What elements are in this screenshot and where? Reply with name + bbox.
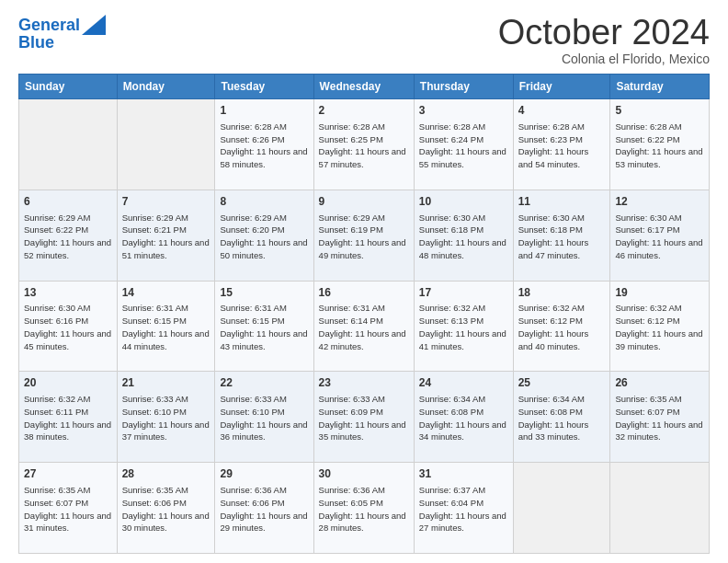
day-number: 20 (24, 375, 112, 391)
daylight-text: Daylight: 11 hours and 27 minutes. (419, 511, 506, 534)
day-number: 30 (319, 466, 409, 482)
sunrise-text: Sunrise: 6:30 AM (419, 213, 485, 223)
daylight-text: Daylight: 11 hours and 41 minutes. (419, 328, 506, 351)
daylight-text: Daylight: 11 hours and 40 minutes. (518, 328, 589, 351)
daylight-text: Daylight: 11 hours and 52 minutes. (24, 237, 111, 260)
calendar-week-row: 27Sunrise: 6:35 AMSunset: 6:07 PMDayligh… (19, 463, 710, 554)
sunrise-text: Sunrise: 6:35 AM (615, 394, 681, 404)
table-row: 28Sunrise: 6:35 AMSunset: 6:06 PMDayligh… (117, 463, 215, 554)
sunrise-text: Sunrise: 6:30 AM (518, 213, 585, 223)
col-sunday: Sunday (19, 75, 118, 99)
day-info: Sunrise: 6:33 AMSunset: 6:10 PMDaylight:… (122, 393, 210, 443)
day-number: 6 (24, 194, 112, 210)
day-info: Sunrise: 6:29 AMSunset: 6:20 PMDaylight:… (220, 212, 308, 262)
logo: General Blue (18, 15, 106, 52)
day-info: Sunrise: 6:29 AMSunset: 6:21 PMDaylight:… (122, 212, 210, 262)
sunset-text: Sunset: 6:15 PM (220, 316, 284, 326)
sunset-text: Sunset: 6:06 PM (122, 498, 187, 508)
sunrise-text: Sunrise: 6:28 AM (419, 121, 485, 132)
logo-text: General (18, 16, 80, 35)
day-info: Sunrise: 6:34 AMSunset: 6:08 PMDaylight:… (419, 393, 508, 443)
daylight-text: Daylight: 11 hours and 29 minutes. (220, 511, 307, 534)
sunset-text: Sunset: 6:17 PM (615, 224, 679, 235)
day-number: 17 (419, 285, 508, 301)
table-row: 20Sunrise: 6:32 AMSunset: 6:11 PMDayligh… (19, 372, 118, 463)
table-row: 1Sunrise: 6:28 AMSunset: 6:26 PMDaylight… (215, 99, 313, 190)
day-info: Sunrise: 6:32 AMSunset: 6:12 PMDaylight:… (615, 302, 704, 352)
day-info: Sunrise: 6:35 AMSunset: 6:06 PMDaylight:… (122, 484, 210, 534)
sunrise-text: Sunrise: 6:31 AM (122, 303, 188, 313)
day-number: 14 (122, 285, 210, 301)
day-info: Sunrise: 6:28 AMSunset: 6:26 PMDaylight:… (220, 121, 308, 171)
table-row: 22Sunrise: 6:33 AMSunset: 6:10 PMDayligh… (215, 372, 313, 463)
calendar-week-row: 6Sunrise: 6:29 AMSunset: 6:22 PMDaylight… (19, 190, 710, 281)
sunset-text: Sunset: 6:09 PM (319, 407, 383, 417)
sunrise-text: Sunrise: 6:31 AM (319, 303, 385, 313)
day-number: 15 (220, 285, 308, 301)
table-row: 5Sunrise: 6:28 AMSunset: 6:22 PMDaylight… (610, 99, 710, 190)
daylight-text: Daylight: 11 hours and 32 minutes. (615, 419, 702, 442)
table-row (513, 463, 610, 554)
day-info: Sunrise: 6:30 AMSunset: 6:18 PMDaylight:… (518, 212, 606, 262)
sunrise-text: Sunrise: 6:28 AM (319, 121, 385, 132)
sunrise-text: Sunrise: 6:33 AM (220, 394, 286, 404)
sunrise-text: Sunrise: 6:31 AM (220, 303, 286, 313)
table-row: 2Sunrise: 6:28 AMSunset: 6:25 PMDaylight… (313, 99, 414, 190)
table-row (117, 99, 215, 190)
sunset-text: Sunset: 6:22 PM (24, 224, 88, 235)
day-info: Sunrise: 6:29 AMSunset: 6:22 PMDaylight:… (24, 212, 112, 262)
day-number: 22 (220, 375, 308, 391)
svg-marker-0 (82, 15, 106, 35)
sunrise-text: Sunrise: 6:29 AM (24, 213, 90, 223)
sunrise-text: Sunrise: 6:32 AM (24, 394, 90, 404)
daylight-text: Daylight: 11 hours and 35 minutes. (319, 419, 406, 442)
table-row: 16Sunrise: 6:31 AMSunset: 6:14 PMDayligh… (313, 281, 414, 372)
day-info: Sunrise: 6:34 AMSunset: 6:08 PMDaylight:… (518, 393, 606, 443)
table-row: 13Sunrise: 6:30 AMSunset: 6:16 PMDayligh… (19, 281, 118, 372)
daylight-text: Daylight: 11 hours and 45 minutes. (24, 328, 111, 351)
sunrise-text: Sunrise: 6:32 AM (518, 303, 585, 313)
sunrise-text: Sunrise: 6:33 AM (122, 394, 188, 404)
sunrise-text: Sunrise: 6:35 AM (122, 485, 188, 495)
sunrise-text: Sunrise: 6:29 AM (220, 213, 286, 223)
daylight-text: Daylight: 11 hours and 30 minutes. (122, 511, 210, 534)
daylight-text: Daylight: 11 hours and 55 minutes. (419, 146, 506, 169)
sunset-text: Sunset: 6:08 PM (518, 407, 583, 417)
sunset-text: Sunset: 6:10 PM (122, 407, 187, 417)
title-block: October 2024 Colonia el Florido, Mexico (498, 15, 710, 66)
table-row: 14Sunrise: 6:31 AMSunset: 6:15 PMDayligh… (117, 281, 215, 372)
daylight-text: Daylight: 11 hours and 58 minutes. (220, 146, 307, 169)
day-number: 1 (220, 103, 308, 119)
daylight-text: Daylight: 11 hours and 49 minutes. (319, 237, 406, 260)
daylight-text: Daylight: 11 hours and 36 minutes. (220, 419, 307, 442)
sunset-text: Sunset: 6:20 PM (220, 224, 284, 235)
day-info: Sunrise: 6:31 AMSunset: 6:15 PMDaylight:… (122, 302, 210, 352)
sunset-text: Sunset: 6:16 PM (24, 316, 88, 326)
day-info: Sunrise: 6:28 AMSunset: 6:22 PMDaylight:… (615, 121, 704, 171)
day-info: Sunrise: 6:28 AMSunset: 6:23 PMDaylight:… (518, 121, 606, 171)
col-monday: Monday (117, 75, 215, 99)
daylight-text: Daylight: 11 hours and 38 minutes. (24, 419, 111, 442)
day-info: Sunrise: 6:35 AMSunset: 6:07 PMDaylight:… (615, 393, 704, 443)
table-row: 29Sunrise: 6:36 AMSunset: 6:06 PMDayligh… (215, 463, 313, 554)
day-number: 2 (319, 103, 409, 119)
logo-icon (82, 15, 106, 35)
sunset-text: Sunset: 6:07 PM (24, 498, 88, 508)
day-number: 23 (319, 375, 409, 391)
daylight-text: Daylight: 11 hours and 39 minutes. (615, 328, 702, 351)
table-row: 17Sunrise: 6:32 AMSunset: 6:13 PMDayligh… (414, 281, 513, 372)
calendar-header-row: Sunday Monday Tuesday Wednesday Thursday… (19, 75, 710, 99)
daylight-text: Daylight: 11 hours and 28 minutes. (319, 511, 406, 534)
day-number: 18 (518, 285, 606, 301)
sunset-text: Sunset: 6:14 PM (319, 316, 383, 326)
table-row: 9Sunrise: 6:29 AMSunset: 6:19 PMDaylight… (313, 190, 414, 281)
calendar-week-row: 1Sunrise: 6:28 AMSunset: 6:26 PMDaylight… (19, 99, 710, 190)
sunset-text: Sunset: 6:25 PM (319, 134, 383, 144)
daylight-text: Daylight: 11 hours and 43 minutes. (220, 328, 307, 351)
sunset-text: Sunset: 6:05 PM (319, 498, 383, 508)
day-info: Sunrise: 6:31 AMSunset: 6:14 PMDaylight:… (319, 302, 409, 352)
table-row: 7Sunrise: 6:29 AMSunset: 6:21 PMDaylight… (117, 190, 215, 281)
table-row: 30Sunrise: 6:36 AMSunset: 6:05 PMDayligh… (313, 463, 414, 554)
table-row: 21Sunrise: 6:33 AMSunset: 6:10 PMDayligh… (117, 372, 215, 463)
day-number: 31 (419, 466, 508, 482)
